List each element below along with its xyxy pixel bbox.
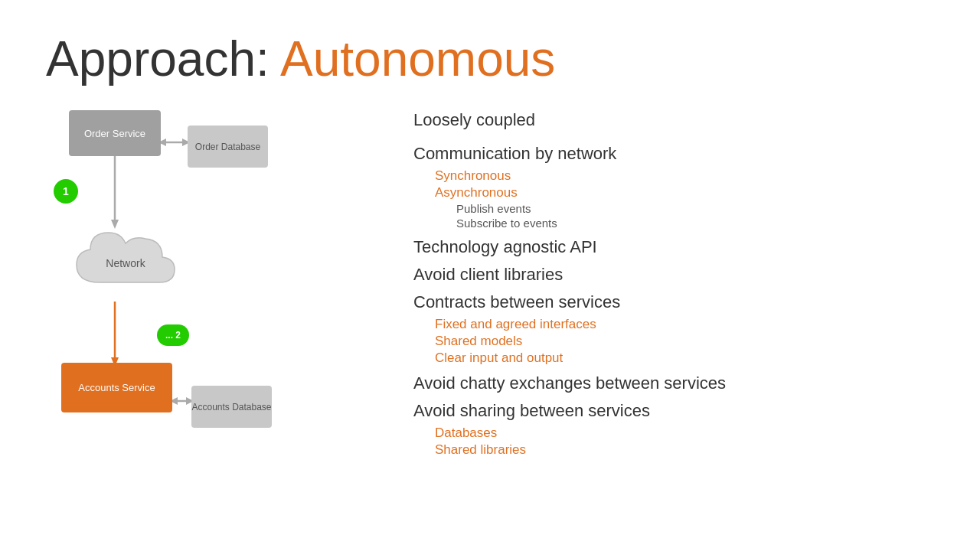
svg-text:Network: Network [106,257,145,269]
accounts-service-label: Accounts Service [78,382,155,393]
item-synchronous: Synchronous [435,168,934,184]
item-publish-events: Publish events [456,202,934,215]
diagram-arrows-svg [46,110,383,551]
diagram: Order Service Order Database 1 Network .… [46,110,383,551]
order-db-label: Order Database [195,142,260,152]
title-highlight: Autonomous [280,31,555,86]
order-service-box: Order Service [69,110,161,156]
section-avoid-client-libs: Avoid client libraries [413,265,934,285]
badge-1: 1 [54,179,78,204]
section-tech-agnostic: Technology agnostic API [413,237,934,257]
section-contracts: Contracts between services [413,292,934,312]
page-title: Approach: Autonomous [46,31,934,87]
badge-2: ... 2 [157,324,189,346]
right-content: Loosely coupled Communication by network… [383,110,934,459]
item-shared-libraries: Shared libraries [435,442,934,458]
accounts-db-label: Accounts Database [191,402,271,412]
section-avoid-chatty: Avoid chatty exchanges between services [413,373,934,393]
order-db-box: Order Database [188,126,268,168]
accounts-db-box: Accounts Database [191,386,272,428]
content-area: Order Service Order Database 1 Network .… [46,110,934,551]
title-prefix: Approach: [46,31,280,86]
item-clear-io: Clear input and output [435,350,934,366]
cloud-svg: Network [69,225,207,302]
item-shared-models: Shared models [435,334,934,349]
item-asynchronous: Asynchronous [435,185,934,201]
section-avoid-sharing: Avoid sharing between services [413,401,934,421]
order-service-label: Order Service [84,128,145,139]
slide: Approach: Autonomous [0,0,980,551]
item-subscribe-events: Subscribe to events [456,217,934,230]
item-databases: Databases [435,425,934,441]
accounts-service-box: Accounts Service [61,363,172,412]
section-communication: Communication by network [413,144,934,164]
loosely-coupled-heading: Loosely coupled [413,110,934,130]
network-cloud: Network [69,225,207,302]
item-fixed-interfaces: Fixed and agreed interfaces [435,317,934,332]
